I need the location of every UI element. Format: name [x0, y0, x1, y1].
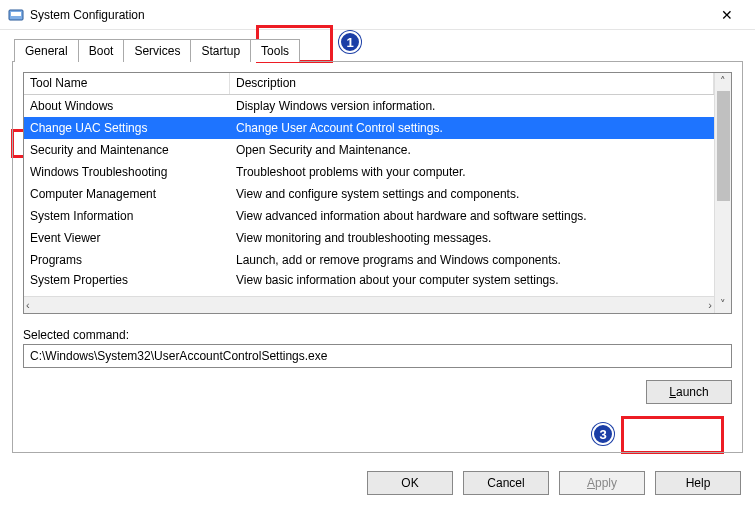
titlebar: System Configuration ✕: [0, 0, 755, 30]
window-title: System Configuration: [30, 8, 707, 22]
tab-startup[interactable]: Startup: [190, 39, 251, 62]
scroll-right-icon: ›: [708, 299, 712, 311]
horizontal-scrollbar[interactable]: ‹ ›: [24, 296, 714, 313]
tools-list-headers: Tool Name Description: [24, 73, 714, 95]
close-icon: ✕: [721, 7, 733, 23]
table-row[interactable]: Change UAC Settings Change User Account …: [24, 117, 714, 139]
scrollbar-thumb[interactable]: [717, 91, 730, 201]
tab-panel-tools: Tool Name Description About Windows Disp…: [12, 61, 743, 453]
launch-button[interactable]: Launch: [646, 380, 732, 404]
selected-command-input[interactable]: [23, 344, 732, 368]
apply-button: Apply: [559, 471, 645, 495]
table-row[interactable]: Security and Maintenance Open Security a…: [24, 139, 714, 161]
column-header-tool-name[interactable]: Tool Name: [24, 73, 230, 94]
column-header-description[interactable]: Description: [230, 73, 714, 94]
tab-services[interactable]: Services: [123, 39, 191, 62]
table-row[interactable]: About Windows Display Windows version in…: [24, 95, 714, 117]
tools-list-rows: About Windows Display Windows version in…: [24, 95, 714, 296]
tab-general[interactable]: General: [14, 39, 79, 62]
app-icon: [8, 7, 24, 23]
dialog-buttons: OK Cancel Apply Help: [0, 461, 755, 507]
cancel-button[interactable]: Cancel: [463, 471, 549, 495]
table-row[interactable]: System Properties View basic information…: [24, 271, 714, 289]
table-row[interactable]: System Information View advanced informa…: [24, 205, 714, 227]
system-configuration-window: System Configuration ✕ General Boot Serv…: [0, 0, 755, 507]
tools-list: Tool Name Description About Windows Disp…: [23, 72, 732, 314]
table-row[interactable]: Programs Launch, add or remove programs …: [24, 249, 714, 271]
table-row[interactable]: Computer Management View and configure s…: [24, 183, 714, 205]
scroll-up-icon: ˄: [715, 73, 731, 90]
tab-boot[interactable]: Boot: [78, 39, 125, 62]
scroll-down-icon: ˅: [715, 296, 731, 313]
svg-rect-1: [11, 12, 21, 16]
help-button[interactable]: Help: [655, 471, 741, 495]
vertical-scrollbar[interactable]: ˄ ˅: [714, 73, 731, 313]
close-button[interactable]: ✕: [707, 1, 747, 29]
scroll-left-icon: ‹: [26, 299, 30, 311]
tab-strip: General Boot Services Startup Tools: [14, 38, 743, 61]
table-row[interactable]: Windows Troubleshooting Troubleshoot pro…: [24, 161, 714, 183]
ok-button[interactable]: OK: [367, 471, 453, 495]
selected-command-label: Selected command:: [23, 328, 732, 342]
client-area: General Boot Services Startup Tools Tool…: [0, 30, 755, 461]
table-row[interactable]: Event Viewer View monitoring and trouble…: [24, 227, 714, 249]
tab-tools[interactable]: Tools: [250, 39, 300, 62]
